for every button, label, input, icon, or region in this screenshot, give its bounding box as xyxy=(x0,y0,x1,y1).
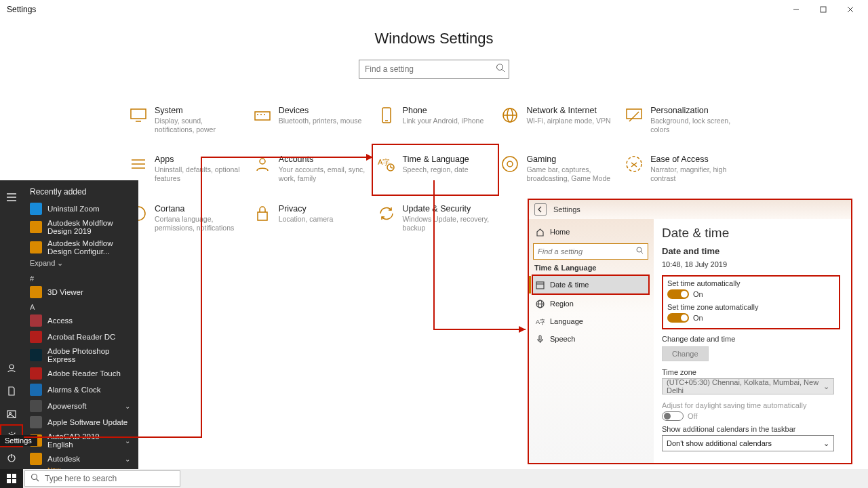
chevron-down-icon: ⌄ xyxy=(125,455,134,463)
category-phone[interactable]: PhoneLink your Android, iPhone xyxy=(377,106,492,134)
svg-rect-48 xyxy=(536,282,544,289)
maximize-button[interactable] xyxy=(810,0,837,19)
app-label: 3D Viewer xyxy=(47,288,83,296)
start-button[interactable] xyxy=(0,469,23,488)
sidebar-home[interactable]: Home xyxy=(533,223,648,241)
sidebar-region[interactable]: Region xyxy=(533,295,648,312)
app-tile-icon xyxy=(30,384,42,396)
start-app-item[interactable]: Autodesk⌄ xyxy=(26,451,138,467)
svg-point-26 xyxy=(502,157,517,171)
change-datetime-label: Change date and time xyxy=(662,335,840,343)
sidebar-language[interactable]: A字Language xyxy=(533,312,648,330)
auto-time-toggle[interactable] xyxy=(667,289,689,299)
svg-rect-40 xyxy=(7,474,11,478)
start-app-item[interactable]: Adobe Photoshop Express xyxy=(26,345,138,365)
app-tile-icon xyxy=(30,286,42,298)
apps-icon xyxy=(129,155,148,174)
app-label: Adobe Photoshop Express xyxy=(47,347,134,363)
start-app-item[interactable]: Uninstall Zoom xyxy=(26,201,138,217)
category-privacy[interactable]: PrivacyLocation, camera xyxy=(253,204,368,232)
start-app-item[interactable]: Alarms & Clock xyxy=(26,382,138,398)
category-apps[interactable]: AppsUninstall, defaults, optional featur… xyxy=(129,155,243,183)
page-title: Windows Settings xyxy=(0,30,868,47)
settings-tooltip: Settings xyxy=(0,435,37,446)
start-app-item[interactable]: Apple Software Update xyxy=(26,414,138,430)
auto-settings-block: Set time automatically On Set time zone … xyxy=(662,275,840,329)
auto-time-state: On xyxy=(693,290,703,298)
start-app-item[interactable]: AutoCAD 2019 - English⌄ xyxy=(26,430,138,451)
svg-point-27 xyxy=(507,161,513,167)
search-icon xyxy=(636,247,644,256)
app-tile-icon xyxy=(30,241,42,253)
svg-rect-41 xyxy=(12,474,16,478)
datetime-titlebar: Settings xyxy=(529,200,851,219)
app-label: Apowersoft xyxy=(47,402,87,410)
start-app-item[interactable]: Access xyxy=(26,312,138,329)
monitor-icon xyxy=(129,106,148,125)
app-sublabel: New xyxy=(26,466,138,469)
start-app-item[interactable]: Autodesk Moldflow Design 2019 xyxy=(26,217,138,237)
svg-rect-42 xyxy=(7,479,11,483)
window-title: Settings xyxy=(4,5,36,14)
sidebar-search-input[interactable] xyxy=(538,247,636,256)
app-label: Adobe Reader Touch xyxy=(47,369,121,378)
dst-state: Off xyxy=(688,412,697,420)
category-ease-of-access[interactable]: Ease of AccessNarrator, magnifier, high … xyxy=(625,155,739,183)
chevron-down-icon: ⌄ xyxy=(823,439,829,448)
svg-point-21 xyxy=(260,159,265,164)
settings-search-input[interactable] xyxy=(359,60,509,79)
auto-timezone-toggle[interactable] xyxy=(667,313,689,323)
category-network[interactable]: Network & InternetWi-Fi, airplane mode, … xyxy=(500,106,615,134)
start-app-item[interactable]: 3D Viewer xyxy=(26,284,138,300)
svg-point-28 xyxy=(627,157,642,171)
svg-point-34 xyxy=(9,365,14,369)
user-icon[interactable] xyxy=(0,357,23,380)
app-label: Autodesk xyxy=(47,455,80,463)
back-button[interactable] xyxy=(534,203,547,216)
sidebar-speech[interactable]: Speech xyxy=(533,330,648,348)
start-heading-recent: Recently added xyxy=(26,184,138,201)
category-time-language[interactable]: A字 Time & LanguageSpeech, region, date xyxy=(372,144,500,195)
app-label: Apple Software Update xyxy=(47,418,127,426)
start-letter-hash[interactable]: # xyxy=(26,272,138,284)
pictures-icon[interactable] xyxy=(0,403,23,426)
app-tile-icon xyxy=(30,400,42,412)
start-letter-a[interactable]: A xyxy=(26,300,138,312)
datetime-window: Settings Home Time & Language Date & tim… xyxy=(528,199,852,464)
minimize-button[interactable] xyxy=(783,0,810,19)
change-button: Change xyxy=(662,346,709,361)
close-button[interactable] xyxy=(837,0,864,19)
hamburger-icon[interactable] xyxy=(0,186,23,209)
app-label: Alarms & Clock xyxy=(47,386,101,394)
app-label: Uninstall Zoom xyxy=(47,205,100,213)
start-app-item[interactable]: Apowersoft⌄ xyxy=(26,398,138,414)
category-cortana[interactable]: CortanaCortana language, permissions, no… xyxy=(129,204,243,232)
app-tile-icon xyxy=(30,367,42,380)
additional-calendars-select[interactable]: Don't show additional calendars⌄ xyxy=(662,435,834,451)
start-app-item[interactable]: Adobe Reader Touch xyxy=(26,365,138,382)
svg-point-46 xyxy=(637,247,642,252)
timezone-label: Time zone xyxy=(662,368,840,376)
sidebar-search[interactable] xyxy=(533,243,648,260)
datetime-content: Date & time Date and time 10:48, 18 July… xyxy=(654,219,851,463)
search-wrap xyxy=(359,60,509,79)
category-devices[interactable]: DevicesBluetooth, printers, mouse xyxy=(253,106,368,134)
category-system[interactable]: SystemDisplay, sound, notifications, pow… xyxy=(129,106,243,134)
dst-label: Adjust for daylight saving time automati… xyxy=(662,401,840,409)
sidebar-heading: Time & Language xyxy=(534,264,648,272)
sidebar-date-time[interactable]: Date & time xyxy=(533,276,648,293)
start-expand[interactable]: Expand ⌄ xyxy=(26,258,138,272)
taskbar-search[interactable]: Type here to search xyxy=(24,470,180,487)
start-app-item[interactable]: Acrobat Reader DC xyxy=(26,329,138,345)
power-icon[interactable] xyxy=(0,446,23,469)
category-update[interactable]: Update & SecurityWindows Update, recover… xyxy=(377,204,492,232)
category-personalization[interactable]: PersonalizationBackground, lock screen, … xyxy=(625,106,739,134)
category-gaming[interactable]: GamingGame bar, captures, broadcasting, … xyxy=(500,155,615,183)
documents-icon[interactable] xyxy=(0,380,23,403)
svg-rect-30 xyxy=(258,212,267,220)
time-language-icon: A字 xyxy=(377,155,396,174)
additional-calendars-label: Show additional calendars in the taskbar xyxy=(662,425,840,433)
category-accounts[interactable]: AccountsYour accounts, email, sync, work… xyxy=(253,155,368,183)
start-app-item[interactable]: Autodesk Moldflow Design Configur... xyxy=(26,237,138,258)
svg-rect-35 xyxy=(7,411,16,418)
